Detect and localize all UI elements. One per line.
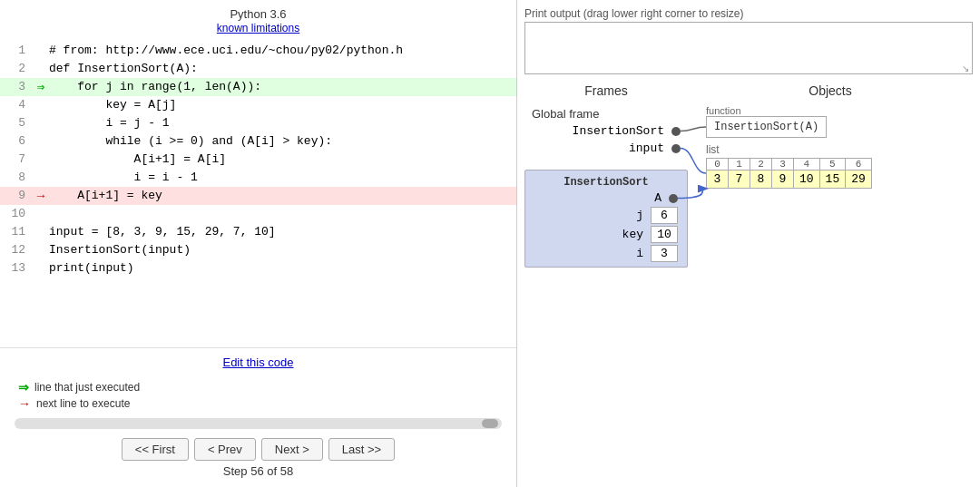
line-num-2: 2 <box>7 60 33 78</box>
nav-buttons: << First < Prev Next > Last >> <box>122 438 395 461</box>
viz-content: Global frame InsertionSort input Inserti… <box>524 105 973 480</box>
line-code-12: InsertionSort(input) <box>49 241 191 259</box>
is-var-i-val: 3 <box>651 245 678 262</box>
green-arrow-icon: ⇒ <box>18 380 29 394</box>
code-line-13: 13print(input) <box>0 259 516 278</box>
input-var-name: input <box>532 141 671 155</box>
scrollbar-area <box>0 414 516 433</box>
viz-area: Frames Objects Global frame InsertionSor… <box>524 80 973 480</box>
legend-red: → next line to execute <box>18 396 498 411</box>
global-frame: Global frame InsertionSort input <box>524 105 688 157</box>
is-var-i: i 3 <box>531 244 681 263</box>
line-num-11: 11 <box>7 223 33 241</box>
print-output-label: Print output (drag lower right corner to… <box>524 7 973 20</box>
global-frame-label: Global frame <box>524 105 688 122</box>
scrollbar-track[interactable] <box>15 418 502 429</box>
list-index-1: 1 <box>729 159 750 170</box>
is-var-i-name: i <box>534 247 651 260</box>
line-code-1: # from: http://www.ece.uci.edu/~chou/py0… <box>49 42 403 60</box>
list-value-row: 3789101529 <box>707 170 872 189</box>
is-var-A-dot <box>669 194 678 203</box>
insertion-sort-frame-title: InsertionSort <box>531 174 681 190</box>
list-index-row: 0123456 <box>707 159 872 170</box>
code-line-10: 10 <box>0 205 516 223</box>
resize-handle-icon[interactable]: ↘ <box>962 63 971 73</box>
list-value-4: 10 <box>794 170 820 189</box>
nav-area: << First < Prev Next > Last >> Step 56 o… <box>0 433 516 487</box>
code-line-7: 7 A[i+1] = A[i] <box>0 151 516 169</box>
left-panel: Python 3.6 known limitations 1# from: ht… <box>0 0 517 487</box>
is-var-key: key 10 <box>531 225 681 244</box>
is-var-A: A <box>531 190 681 206</box>
input-frame-row: input <box>524 140 688 157</box>
code-line-12: 12InsertionSort(input) <box>0 241 516 259</box>
step-info: Step 56 of 58 <box>223 464 293 478</box>
is-var-A-name: A <box>534 191 669 205</box>
code-line-9: 9→ A[i+1] = key <box>0 187 516 205</box>
insertion-sort-var-name: InsertionSort <box>532 124 671 138</box>
frames-objects-header: Frames Objects <box>524 80 973 102</box>
line-num-13: 13 <box>7 259 33 278</box>
is-var-key-name: key <box>534 228 651 241</box>
list-value-3: 9 <box>772 170 794 189</box>
objects-header-label: Objects <box>688 83 973 98</box>
line-code-4: key = A[j] <box>49 96 176 114</box>
code-line-1: 1# from: http://www.ece.uci.edu/~chou/py… <box>0 42 516 60</box>
list-container: list 0123456 3789101529 <box>706 143 973 189</box>
line-num-3: 3 <box>7 78 33 96</box>
code-line-11: 11input = [8, 3, 9, 15, 29, 7, 10] <box>0 223 516 241</box>
scrollbar-thumb[interactable] <box>482 419 498 428</box>
code-line-2: 2def InsertionSort(A): <box>0 60 516 78</box>
python-title: Python 3.6 <box>0 7 516 21</box>
legend-red-label: next line to execute <box>36 397 130 410</box>
known-limitations-link[interactable]: known limitations <box>217 22 299 34</box>
line-code-6: while (i >= 0) and (A[i] > key): <box>49 132 332 151</box>
is-var-j-val: 6 <box>651 207 678 224</box>
arrow-col-9: → <box>33 187 49 205</box>
list-value-2: 8 <box>750 170 772 189</box>
insertion-sort-frame: InsertionSort A j 6 key 10 <box>524 170 688 268</box>
frames-col: Global frame InsertionSort input Inserti… <box>524 105 688 480</box>
list-label: list <box>706 143 973 156</box>
line-num-8: 8 <box>7 169 33 187</box>
line-code-5: i = j - 1 <box>49 114 170 132</box>
code-line-5: 5 i = j - 1 <box>0 114 516 132</box>
insertion-sort-dot <box>671 127 681 136</box>
function-label: function <box>706 105 973 116</box>
last-button[interactable]: Last >> <box>328 438 395 461</box>
green-arrow: ⇒ <box>37 78 44 96</box>
code-line-4: 4 key = A[j] <box>0 96 516 114</box>
code-area: 1# from: http://www.ece.uci.edu/~chou/py… <box>0 38 516 347</box>
list-value-1: 7 <box>729 170 750 189</box>
list-value-0: 3 <box>707 170 729 189</box>
line-code-11: input = [8, 3, 9, 15, 29, 7, 10] <box>49 223 276 241</box>
edit-code-link[interactable]: Edit this code <box>222 356 293 369</box>
line-num-5: 5 <box>7 114 33 132</box>
function-obj: function InsertionSort(A) <box>706 105 973 138</box>
input-dot <box>671 144 681 153</box>
code-line-8: 8 i = i - 1 <box>0 169 516 187</box>
list-index-6: 6 <box>846 159 872 170</box>
is-var-key-val: 10 <box>651 226 678 243</box>
print-output-box: ↘ <box>524 22 973 74</box>
python-header: Python 3.6 known limitations <box>0 0 516 38</box>
code-line-6: 6 while (i >= 0) and (A[i] > key): <box>0 132 516 151</box>
line-num-6: 6 <box>7 132 33 151</box>
right-panel: Print output (drag lower right corner to… <box>517 0 980 487</box>
list-index-4: 4 <box>794 159 820 170</box>
is-var-j-name: j <box>534 209 651 222</box>
legend-green-label: line that just executed <box>34 381 140 394</box>
line-code-7: A[i+1] = A[i] <box>49 151 226 169</box>
next-button[interactable]: Next > <box>261 438 323 461</box>
code-lines: 1# from: http://www.ece.uci.edu/~chou/py… <box>0 42 516 278</box>
line-num-10: 10 <box>7 205 33 223</box>
line-code-8: i = i - 1 <box>49 169 198 187</box>
prev-button[interactable]: < Prev <box>194 438 256 461</box>
list-value-5: 15 <box>819 170 846 189</box>
legend-green: ⇒ line that just executed <box>18 380 498 394</box>
line-num-7: 7 <box>7 151 33 169</box>
frames-header-label: Frames <box>524 83 688 98</box>
line-code-3: for j in range(1, len(A)): <box>49 78 261 96</box>
legend-area: ⇒ line that just executed → next line to… <box>0 376 516 414</box>
first-button[interactable]: << First <box>122 438 189 461</box>
